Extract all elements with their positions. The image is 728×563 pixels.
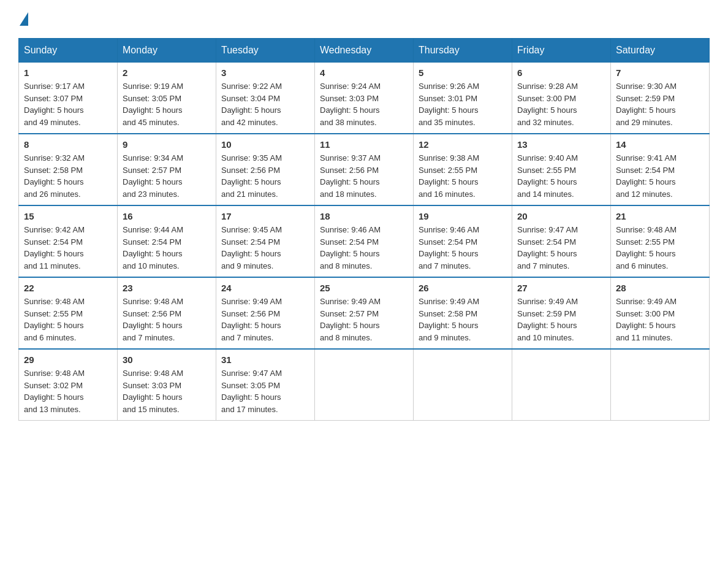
calendar-cell: 19 Sunrise: 9:46 AM Sunset: 2:54 PM Dayl… [414, 205, 512, 277]
day-number: 5 [419, 67, 507, 78]
calendar-cell: 17 Sunrise: 9:45 AM Sunset: 2:54 PM Dayl… [216, 205, 315, 277]
day-number: 19 [419, 211, 507, 221]
day-number: 11 [320, 139, 408, 150]
day-info: Sunrise: 9:44 AM Sunset: 2:54 PM Dayligh… [123, 224, 211, 272]
day-info: Sunrise: 9:32 AM Sunset: 2:58 PM Dayligh… [24, 152, 112, 200]
day-number: 30 [123, 354, 211, 365]
day-number: 21 [616, 211, 704, 221]
day-info: Sunrise: 9:46 AM Sunset: 2:54 PM Dayligh… [419, 224, 507, 272]
day-info: Sunrise: 9:37 AM Sunset: 2:56 PM Dayligh… [320, 152, 408, 200]
calendar-cell: 18 Sunrise: 9:46 AM Sunset: 2:54 PM Dayl… [315, 205, 414, 277]
day-info: Sunrise: 9:26 AM Sunset: 3:01 PM Dayligh… [419, 80, 507, 128]
day-info: Sunrise: 9:19 AM Sunset: 3:05 PM Dayligh… [123, 80, 211, 128]
day-number: 9 [123, 139, 211, 150]
calendar-week-row: 29 Sunrise: 9:48 AM Sunset: 3:02 PM Dayl… [19, 349, 710, 421]
day-number: 3 [221, 67, 309, 78]
day-info: Sunrise: 9:48 AM Sunset: 2:55 PM Dayligh… [616, 224, 704, 272]
day-number: 6 [517, 67, 605, 78]
day-number: 14 [616, 139, 704, 150]
day-info: Sunrise: 9:42 AM Sunset: 2:54 PM Dayligh… [24, 224, 112, 272]
calendar-cell [414, 349, 512, 421]
day-info: Sunrise: 9:48 AM Sunset: 3:03 PM Dayligh… [123, 367, 211, 415]
day-info: Sunrise: 9:49 AM Sunset: 2:59 PM Dayligh… [517, 296, 605, 343]
calendar-header-thursday: Thursday [414, 39, 512, 63]
day-info: Sunrise: 9:49 AM Sunset: 3:00 PM Dayligh… [616, 296, 704, 343]
day-info: Sunrise: 9:38 AM Sunset: 2:55 PM Dayligh… [419, 152, 507, 200]
calendar-cell: 27 Sunrise: 9:49 AM Sunset: 2:59 PM Dayl… [512, 277, 611, 349]
day-number: 31 [221, 354, 309, 365]
calendar-week-row: 15 Sunrise: 9:42 AM Sunset: 2:54 PM Dayl… [19, 205, 710, 277]
page-header [18, 12, 710, 26]
calendar-cell [315, 349, 414, 421]
calendar-cell: 13 Sunrise: 9:40 AM Sunset: 2:55 PM Dayl… [512, 134, 611, 205]
calendar-cell: 15 Sunrise: 9:42 AM Sunset: 2:54 PM Dayl… [19, 205, 118, 277]
day-info: Sunrise: 9:48 AM Sunset: 2:55 PM Dayligh… [24, 296, 112, 343]
calendar-cell: 31 Sunrise: 9:47 AM Sunset: 3:05 PM Dayl… [216, 349, 315, 421]
day-info: Sunrise: 9:49 AM Sunset: 2:56 PM Dayligh… [221, 296, 309, 343]
day-number: 22 [24, 283, 112, 293]
calendar-week-row: 1 Sunrise: 9:17 AM Sunset: 3:07 PM Dayli… [19, 63, 710, 134]
calendar-cell: 28 Sunrise: 9:49 AM Sunset: 3:00 PM Dayl… [611, 277, 710, 349]
day-info: Sunrise: 9:46 AM Sunset: 2:54 PM Dayligh… [320, 224, 408, 272]
day-info: Sunrise: 9:47 AM Sunset: 3:05 PM Dayligh… [221, 367, 309, 415]
day-info: Sunrise: 9:47 AM Sunset: 2:54 PM Dayligh… [517, 224, 605, 272]
calendar-cell: 7 Sunrise: 9:30 AM Sunset: 2:59 PM Dayli… [611, 63, 710, 134]
day-number: 2 [123, 67, 211, 78]
calendar-cell: 24 Sunrise: 9:49 AM Sunset: 2:56 PM Dayl… [216, 277, 315, 349]
day-number: 29 [24, 354, 112, 365]
day-info: Sunrise: 9:34 AM Sunset: 2:57 PM Dayligh… [123, 152, 211, 200]
calendar-cell: 20 Sunrise: 9:47 AM Sunset: 2:54 PM Dayl… [512, 205, 611, 277]
day-info: Sunrise: 9:48 AM Sunset: 2:56 PM Dayligh… [123, 296, 211, 343]
calendar-cell: 9 Sunrise: 9:34 AM Sunset: 2:57 PM Dayli… [118, 134, 216, 205]
calendar-cell: 22 Sunrise: 9:48 AM Sunset: 2:55 PM Dayl… [19, 277, 118, 349]
calendar-header-row: SundayMondayTuesdayWednesdayThursdayFrid… [19, 39, 710, 63]
calendar-cell: 2 Sunrise: 9:19 AM Sunset: 3:05 PM Dayli… [118, 63, 216, 134]
day-number: 25 [320, 283, 408, 293]
day-number: 1 [24, 67, 112, 78]
calendar-header-monday: Monday [118, 39, 216, 63]
day-info: Sunrise: 9:35 AM Sunset: 2:56 PM Dayligh… [221, 152, 309, 200]
calendar-cell: 4 Sunrise: 9:24 AM Sunset: 3:03 PM Dayli… [315, 63, 414, 134]
calendar-cell: 5 Sunrise: 9:26 AM Sunset: 3:01 PM Dayli… [414, 63, 512, 134]
day-info: Sunrise: 9:30 AM Sunset: 2:59 PM Dayligh… [616, 80, 704, 128]
day-number: 15 [24, 211, 112, 221]
calendar-header-friday: Friday [512, 39, 611, 63]
calendar-cell: 25 Sunrise: 9:49 AM Sunset: 2:57 PM Dayl… [315, 277, 414, 349]
day-number: 28 [616, 283, 704, 293]
day-number: 4 [320, 67, 408, 78]
calendar-cell: 30 Sunrise: 9:48 AM Sunset: 3:03 PM Dayl… [118, 349, 216, 421]
day-number: 18 [320, 211, 408, 221]
calendar-cell: 8 Sunrise: 9:32 AM Sunset: 2:58 PM Dayli… [19, 134, 118, 205]
day-info: Sunrise: 9:49 AM Sunset: 2:57 PM Dayligh… [320, 296, 408, 343]
calendar-header-sunday: Sunday [19, 39, 118, 63]
day-number: 7 [616, 67, 704, 78]
calendar-cell [512, 349, 611, 421]
calendar-cell: 26 Sunrise: 9:49 AM Sunset: 2:58 PM Dayl… [414, 277, 512, 349]
day-number: 24 [221, 283, 309, 293]
day-info: Sunrise: 9:48 AM Sunset: 3:02 PM Dayligh… [24, 367, 112, 415]
calendar-cell: 6 Sunrise: 9:28 AM Sunset: 3:00 PM Dayli… [512, 63, 611, 134]
day-number: 8 [24, 139, 112, 150]
calendar-cell: 23 Sunrise: 9:48 AM Sunset: 2:56 PM Dayl… [118, 277, 216, 349]
day-number: 16 [123, 211, 211, 221]
calendar-cell: 1 Sunrise: 9:17 AM Sunset: 3:07 PM Dayli… [19, 63, 118, 134]
calendar-header-wednesday: Wednesday [315, 39, 414, 63]
day-info: Sunrise: 9:49 AM Sunset: 2:58 PM Dayligh… [419, 296, 507, 343]
calendar-cell [611, 349, 710, 421]
calendar-cell: 21 Sunrise: 9:48 AM Sunset: 2:55 PM Dayl… [611, 205, 710, 277]
day-number: 23 [123, 283, 211, 293]
day-info: Sunrise: 9:24 AM Sunset: 3:03 PM Dayligh… [320, 80, 408, 128]
calendar-cell: 29 Sunrise: 9:48 AM Sunset: 3:02 PM Dayl… [19, 349, 118, 421]
day-number: 12 [419, 139, 507, 150]
calendar-header-tuesday: Tuesday [216, 39, 315, 63]
day-info: Sunrise: 9:40 AM Sunset: 2:55 PM Dayligh… [517, 152, 605, 200]
day-info: Sunrise: 9:17 AM Sunset: 3:07 PM Dayligh… [24, 80, 112, 128]
calendar-header-saturday: Saturday [611, 39, 710, 63]
day-number: 26 [419, 283, 507, 293]
day-number: 13 [517, 139, 605, 150]
calendar-cell: 11 Sunrise: 9:37 AM Sunset: 2:56 PM Dayl… [315, 134, 414, 205]
day-info: Sunrise: 9:28 AM Sunset: 3:00 PM Dayligh… [517, 80, 605, 128]
day-number: 17 [221, 211, 309, 221]
calendar-cell: 12 Sunrise: 9:38 AM Sunset: 2:55 PM Dayl… [414, 134, 512, 205]
calendar-week-row: 22 Sunrise: 9:48 AM Sunset: 2:55 PM Dayl… [19, 277, 710, 349]
